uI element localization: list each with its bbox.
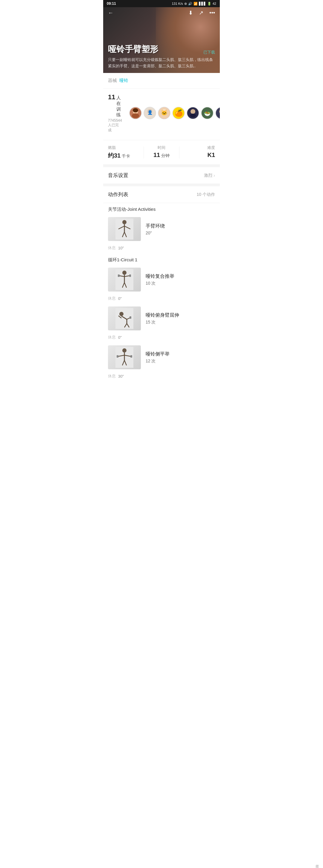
avatar-1 — [129, 107, 142, 119]
exercise-name-1: 手臂环绕 — [146, 223, 215, 229]
circuit-header-1: 关节活动-Joint Activities — [103, 203, 220, 215]
more-button[interactable]: ••• — [209, 10, 215, 16]
svg-point-46 — [122, 348, 126, 352]
exercise-reps-2: 10 次 — [146, 281, 215, 286]
rest-row-4: 休息 30" — [103, 372, 220, 382]
rest-value-3: 0" — [118, 335, 122, 340]
exercise-reps-1: 20" — [146, 230, 215, 235]
avatar-4: 🍊 — [172, 107, 185, 119]
circuit-header-2: 循环1-Circuit 1 — [103, 253, 220, 265]
svg-rect-50 — [117, 355, 118, 358]
svg-text:🐱: 🐱 — [161, 110, 168, 116]
equipment-label: 器械 — [108, 78, 117, 84]
svg-text:👤: 👤 — [147, 110, 152, 115]
stat-time: 时间 11 分钟 — [144, 145, 179, 158]
hero-toolbar: ← ⬇ ↗ ••• — [103, 9, 220, 16]
exercise-info-4: 哑铃侧平举 12 次 — [146, 351, 215, 364]
avatar-7 — [215, 107, 220, 119]
music-chevron-icon: › — [213, 173, 215, 178]
back-button[interactable]: ← — [108, 10, 113, 16]
exercise-list-count: 10 个动作 — [197, 192, 215, 197]
exercise-name-3: 哑铃俯身臂屈伸 — [146, 312, 215, 318]
exercise-item-1[interactable]: 手臂环绕 20" — [103, 215, 220, 243]
battery-icon: 🔋 — [207, 2, 211, 6]
exercise-list-title: 动作列表 — [108, 191, 128, 198]
exercise-info-2: 哑铃复合推举 10 次 — [146, 273, 215, 286]
svg-rect-32 — [118, 275, 120, 277]
stats-section: 燃脂 约31 千卡 时间 11 分钟 难度 K1 — [103, 140, 220, 165]
music-value: 激烈 — [204, 173, 212, 178]
svg-point-37 — [119, 312, 123, 316]
users-completed: 7745544 人已完成 — [108, 118, 122, 133]
users-count-row: 11 人在训练 7745544 人已完成 — [108, 93, 215, 133]
status-icons: 131 K/s ⊛ 🔊 📶 ▋▋▋ 🔋 42 — [172, 2, 216, 6]
rest-label-4: 休息 — [108, 373, 116, 379]
music-section[interactable]: 音乐设置 激烈 › — [103, 167, 220, 184]
equipment-value[interactable]: 哑铃 — [119, 78, 128, 84]
exercise-info-3: 哑铃俯身臂屈伸 15 次 — [146, 312, 215, 325]
rest-label-1: 休息 — [108, 245, 116, 251]
stat-difficulty: 难度 K1 — [179, 145, 215, 158]
rest-value-4: 30" — [118, 374, 124, 378]
difficulty-value: K1 — [179, 152, 215, 158]
exercise-name-2: 哑铃复合推举 — [146, 273, 215, 280]
share-button[interactable]: ↗ — [199, 9, 203, 16]
avatar-3: 🐱 — [158, 107, 171, 119]
rest-value-1: 10" — [118, 246, 124, 250]
hero-section: ← ⬇ ↗ ••• 哑铃手臂塑形 已下载 只要一副哑铃就可以充分锻炼肱二头肌、肱… — [103, 7, 220, 73]
exercise-list-header: 动作列表 10 个动作 — [103, 186, 220, 203]
avatar-2: 👤 — [144, 107, 156, 119]
svg-rect-33 — [129, 275, 131, 277]
download-button[interactable]: ⬇ — [188, 9, 193, 16]
network-speed: 131 K/s — [172, 2, 183, 5]
svg-rect-42 — [129, 316, 131, 319]
exercise-info-1: 手臂环绕 20" — [146, 223, 215, 235]
hero-description: 只要一副哑铃就可以充分锻炼肱二头肌、肱三头肌，练出线条紧实的手臂。这是一套肩部、… — [108, 57, 215, 69]
rest-row-1: 休息 10" — [103, 243, 220, 253]
exercise-item-2[interactable]: 哑铃复合推举 10 次 — [103, 265, 220, 294]
divider-2 — [103, 184, 220, 186]
users-section: 11 人在训练 7745544 人已完成 — [103, 89, 220, 140]
equipment-row: 器械 哑铃 — [108, 78, 215, 84]
rest-row-2: 休息 0" — [103, 294, 220, 304]
music-title: 音乐设置 — [108, 172, 128, 179]
calorie-value: 约31 — [108, 152, 120, 159]
avatar-6: 🥗 — [201, 107, 213, 119]
music-right: 激烈 › — [204, 173, 215, 178]
status-time: 09:11 — [107, 1, 116, 6]
svg-text:🥗: 🥗 — [204, 110, 211, 117]
svg-point-2 — [132, 113, 139, 118]
time-label: 时间 — [144, 145, 179, 150]
wifi-icon: 📶 — [194, 2, 198, 6]
battery-level: 42 — [213, 2, 216, 5]
rest-row-3: 休息 0" — [103, 333, 220, 343]
rest-label-2: 休息 — [108, 296, 116, 301]
exercise-item-3[interactable]: 哑铃俯身臂屈伸 15 次 — [103, 304, 220, 333]
status-bar: 09:11 131 K/s ⊛ 🔊 📶 ▋▋▋ 🔋 42 — [103, 0, 220, 7]
hero-toolbar-right: ⬇ ↗ ••• — [188, 9, 215, 16]
hero-title: 哑铃手臂塑形 — [108, 44, 158, 55]
exercise-reps-4: 12 次 — [146, 359, 215, 364]
exercise-thumb-1 — [108, 217, 141, 241]
users-count-info: 11 人在训练 7745544 人已完成 — [108, 93, 122, 133]
exercise-thumb-3 — [108, 307, 141, 331]
volume-icon: 🔊 — [188, 2, 192, 6]
time-unit: 分钟 — [161, 153, 170, 158]
exercise-item-4[interactable]: 哑铃侧平举 12 次 — [103, 343, 220, 372]
divider-1 — [103, 165, 220, 167]
svg-point-17 — [216, 107, 220, 119]
svg-point-14 — [190, 114, 196, 117]
avatar-row: 👤 🐱 🍊 — [129, 107, 220, 119]
svg-point-13 — [190, 109, 195, 114]
bluetooth-icon: ⊛ — [184, 2, 187, 6]
users-count-label: 人在训练 — [116, 95, 122, 118]
rest-value-2: 0" — [118, 296, 122, 301]
rest-label-3: 休息 — [108, 335, 116, 340]
stat-calorie: 燃脂 约31 千卡 — [108, 145, 144, 160]
avatar-5 — [187, 107, 199, 119]
svg-point-21 — [122, 220, 126, 224]
exercise-thumb-4 — [108, 345, 141, 369]
signal-icon: ▋▋▋ — [199, 2, 206, 6]
svg-point-28 — [122, 271, 126, 275]
time-value: 11 — [153, 152, 160, 158]
